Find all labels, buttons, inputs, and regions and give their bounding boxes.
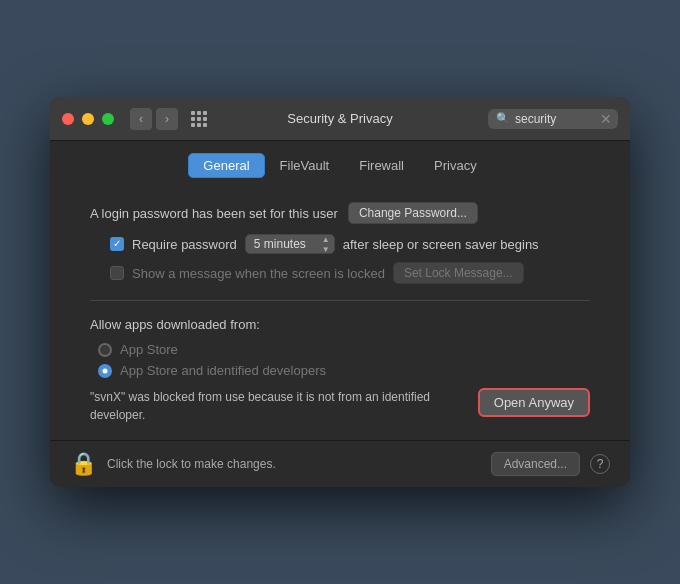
tab-firewall[interactable]: Firewall bbox=[344, 153, 419, 178]
maximize-button[interactable] bbox=[102, 113, 114, 125]
tab-privacy[interactable]: Privacy bbox=[419, 153, 492, 178]
blocked-app-text: "svnX" was blocked from use because it i… bbox=[90, 388, 458, 424]
minimize-button[interactable] bbox=[82, 113, 94, 125]
require-password-checkbox[interactable]: ✓ bbox=[110, 237, 124, 251]
show-message-row: Show a message when the screen is locked… bbox=[110, 262, 590, 284]
show-message-checkbox[interactable] bbox=[110, 266, 124, 280]
grid-button[interactable] bbox=[186, 106, 212, 132]
allow-apps-section: Allow apps downloaded from: App Store Ap… bbox=[90, 317, 590, 424]
search-box[interactable]: 🔍 ✕ bbox=[488, 109, 618, 129]
require-password-row: ✓ Require password 5 minutes ▲▼ after sl… bbox=[110, 234, 590, 254]
tab-general[interactable]: General bbox=[188, 153, 264, 178]
radio-identified-developers[interactable] bbox=[98, 364, 112, 378]
content-area: A login password has been set for this u… bbox=[50, 186, 630, 440]
open-anyway-button[interactable]: Open Anyway bbox=[478, 388, 590, 417]
help-button[interactable]: ? bbox=[590, 454, 610, 474]
security-privacy-window: ‹ › Security & Privacy 🔍 ✕ General FileV… bbox=[50, 97, 630, 487]
close-button[interactable] bbox=[62, 113, 74, 125]
search-clear-icon[interactable]: ✕ bbox=[600, 112, 612, 126]
login-password-row: A login password has been set for this u… bbox=[90, 202, 590, 224]
lock-icon[interactable]: 🔒 bbox=[70, 451, 97, 477]
dropdown-value: 5 minutes bbox=[254, 237, 306, 251]
radio-identified-developers-label: App Store and identified developers bbox=[120, 363, 326, 378]
tabs-bar: General FileVault Firewall Privacy bbox=[50, 141, 630, 186]
radio-identified-developers-row: App Store and identified developers bbox=[98, 363, 590, 378]
radio-app-store[interactable] bbox=[98, 343, 112, 357]
radio-app-store-row: App Store bbox=[98, 342, 590, 357]
search-icon: 🔍 bbox=[496, 112, 510, 125]
titlebar: ‹ › Security & Privacy 🔍 ✕ bbox=[50, 97, 630, 141]
require-password-label: Require password bbox=[132, 237, 237, 252]
window-title: Security & Privacy bbox=[287, 111, 392, 126]
password-time-dropdown[interactable]: 5 minutes ▲▼ bbox=[245, 234, 335, 254]
allow-apps-title: Allow apps downloaded from: bbox=[90, 317, 590, 332]
show-message-label: Show a message when the screen is locked bbox=[132, 266, 385, 281]
checkmark-icon: ✓ bbox=[113, 239, 121, 249]
login-password-label: A login password has been set for this u… bbox=[90, 206, 338, 221]
bottombar: 🔒 Click the lock to make changes. Advanc… bbox=[50, 440, 630, 487]
back-button[interactable]: ‹ bbox=[130, 108, 152, 130]
blocked-app-row: "svnX" was blocked from use because it i… bbox=[90, 388, 590, 424]
nav-buttons: ‹ › bbox=[130, 108, 178, 130]
dropdown-arrow-icon: ▲▼ bbox=[322, 235, 330, 254]
forward-button[interactable]: › bbox=[156, 108, 178, 130]
tab-filevault[interactable]: FileVault bbox=[265, 153, 345, 178]
set-lock-message-button: Set Lock Message... bbox=[393, 262, 524, 284]
grid-icon bbox=[191, 111, 207, 127]
divider bbox=[90, 300, 590, 301]
require-password-suffix: after sleep or screen saver begins bbox=[343, 237, 539, 252]
advanced-button[interactable]: Advanced... bbox=[491, 452, 580, 476]
traffic-lights bbox=[62, 113, 114, 125]
radio-app-store-label: App Store bbox=[120, 342, 178, 357]
change-password-button[interactable]: Change Password... bbox=[348, 202, 478, 224]
search-input[interactable] bbox=[515, 112, 595, 126]
lock-label: Click the lock to make changes. bbox=[107, 457, 481, 471]
